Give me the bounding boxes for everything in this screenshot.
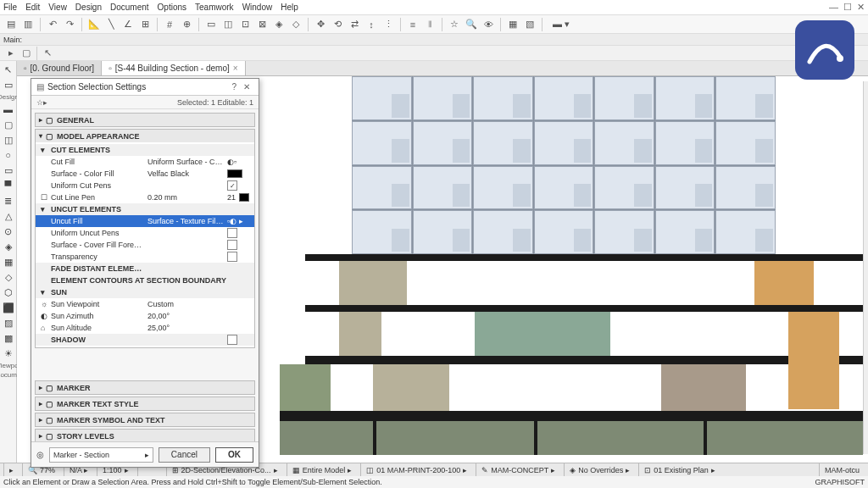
menu-file[interactable]: File	[3, 3, 17, 12]
row-uncut-elements[interactable]: ▾UNCUT ELEMENTS	[36, 203, 254, 215]
row-uncut-fill[interactable]: Uncut FillSurface - Texture Fill, ...▫◐ …	[36, 215, 254, 227]
elev-icon[interactable]: ↕	[364, 17, 379, 32]
nav-home-icon[interactable]: ▢	[19, 46, 34, 61]
checkbox-checked[interactable]: ✓	[227, 180, 237, 191]
menu-view[interactable]: View	[48, 3, 67, 12]
menu-design[interactable]: Design	[75, 3, 102, 12]
maximize-icon[interactable]: ☐	[843, 2, 852, 13]
mesh-tool-icon[interactable]: ▩	[2, 331, 15, 345]
move-icon[interactable]: ✥	[313, 17, 328, 32]
grid-icon[interactable]: #	[162, 17, 177, 32]
menu-window[interactable]: Window	[242, 3, 273, 12]
help-icon[interactable]: ?	[231, 82, 236, 92]
group-header-mtext[interactable]: ▸▢ MARKER TEXT STYLE	[36, 397, 254, 410]
roof-tool-icon[interactable]: △	[2, 209, 15, 223]
row-cut-fill[interactable]: Cut FillUniform Surface - Col...◐▫	[36, 156, 254, 168]
align-icon[interactable]: ≡	[405, 17, 420, 32]
qo-model[interactable]: ▦ Entire Model ▸	[287, 463, 358, 476]
layer-icon[interactable]: ◎	[36, 450, 44, 459]
show-icon[interactable]: 👁	[481, 17, 496, 32]
arrow-icon[interactable]: ↖	[40, 46, 55, 61]
qo-arrow[interactable]: ▸	[3, 463, 19, 476]
shell-tool-icon[interactable]: ⊙	[2, 225, 15, 238]
measure-icon[interactable]: 📐	[86, 17, 102, 32]
layercombo-icon[interactable]: ▧	[522, 17, 537, 32]
fav-icon[interactable]: ☆	[447, 17, 462, 32]
row-contours[interactable]: ELEMENT CONTOURS AT SECTION BOUNDARY	[36, 274, 254, 286]
lamp-tool-icon[interactable]: ☀	[2, 347, 15, 360]
dialog-titlebar[interactable]: ▤ Section Selection Settings ? ✕	[31, 79, 259, 96]
arrow-tool-icon[interactable]: ↖	[2, 63, 15, 76]
group-header-story[interactable]: ▸▢ STORY LEVELS	[36, 430, 254, 441]
qo-overrides[interactable]: ◈ No Overrides ▸	[564, 463, 635, 476]
group-icon[interactable]: ⊡	[237, 17, 253, 32]
group-header-marker[interactable]: ▸▢ MARKER	[36, 381, 254, 394]
dist-icon[interactable]: ⫴	[422, 17, 437, 32]
color-swatch[interactable]	[227, 169, 242, 178]
snap-icon[interactable]: ⊞	[137, 17, 153, 32]
checkbox[interactable]	[227, 240, 237, 250]
right-panel-collapsed[interactable]	[863, 81, 868, 454]
pen-swatch[interactable]	[239, 193, 249, 202]
marquee-tool-icon[interactable]: ▭	[2, 78, 15, 92]
zone-tool-icon[interactable]: ▨	[2, 316, 15, 330]
line-icon[interactable]: ╲	[103, 17, 119, 32]
rotate-icon[interactable]: ⟲	[330, 17, 345, 32]
object-tool-icon[interactable]: ⬛	[2, 301, 15, 314]
ok-button[interactable]: OK	[215, 447, 253, 463]
row-cover-fill[interactable]: Surface - Cover Fill Foregro...	[36, 239, 254, 251]
suspend-icon[interactable]: ◫	[220, 17, 236, 32]
menu-teamwork[interactable]: Teamwork	[195, 3, 234, 12]
morph-tool-icon[interactable]: ⬡	[2, 286, 15, 299]
row-sun-azimuth[interactable]: ◐Sun Azimuth20,00°	[36, 310, 254, 322]
row-sun-viewpoint[interactable]: ☼Sun ViewpointCustom	[36, 298, 254, 310]
tab-building-section[interactable]: ▫ [S-44 Building Section - demo] ×	[102, 61, 245, 75]
row-fade[interactable]: FADE DISTANT ELEMENTS	[36, 263, 254, 274]
new-icon[interactable]: ▤	[3, 17, 19, 32]
tab-close-icon[interactable]: ×	[233, 64, 238, 73]
qo-right[interactable]: MAM-otcu	[819, 463, 865, 476]
checkbox[interactable]	[227, 228, 237, 238]
angle-icon[interactable]: ∠	[120, 17, 136, 32]
menu-document[interactable]: Document	[110, 3, 149, 12]
beam-tool-icon[interactable]: ▭	[2, 164, 15, 177]
row-transparency[interactable]: Transparency	[36, 251, 254, 263]
lock-icon[interactable]: ⊠	[254, 17, 270, 32]
checkbox[interactable]	[227, 335, 237, 345]
group-header-msym[interactable]: ▸▢ MARKER SYMBOL AND TEXT	[36, 413, 254, 426]
qo-concept[interactable]: ✎ MAM-CONCEPT ▸	[476, 463, 560, 476]
favorite-icon[interactable]: ☆▸	[36, 98, 47, 107]
wall-tool-icon[interactable]: ▬	[2, 103, 15, 116]
qo-layer[interactable]: ◫ 01 MAM-PRINT-200-100 ▸	[360, 463, 472, 476]
redo-icon[interactable]: ↷	[62, 17, 77, 32]
row-uniform-uncut-pens[interactable]: Uniform Uncut Pens	[36, 227, 254, 239]
skylight-tool-icon[interactable]: ◈	[2, 240, 15, 253]
open-icon[interactable]: ▥	[20, 17, 36, 32]
close-icon[interactable]: ✕	[857, 2, 865, 13]
swatch-icon[interactable]: ◐▫	[227, 158, 236, 166]
stair-tool-icon[interactable]: ≣	[2, 194, 15, 208]
row-sun[interactable]: ▾SUN	[36, 286, 254, 298]
layer-icon[interactable]: ▦	[505, 17, 520, 32]
column-tool-icon[interactable]: ○	[2, 148, 15, 162]
tab-ground-floor[interactable]: ▫ [0. Ground Floor]	[17, 61, 102, 75]
row-shadow[interactable]: SHADOW	[36, 334, 254, 346]
qo-plan[interactable]: ⊡ 01 Existing Plan ▸	[638, 463, 721, 476]
wall-icon[interactable]: ▬ ▾	[547, 17, 576, 32]
trace-icon[interactable]: ◈	[271, 17, 287, 32]
window-tool-icon[interactable]: ◫	[2, 133, 15, 147]
door-tool-icon[interactable]: ▢	[2, 118, 15, 131]
dropdown-arrow-icon[interactable]: ▫◐ ▸	[227, 217, 243, 225]
row-sun-altitude[interactable]: ⌂Sun Altitude25,00°	[36, 322, 254, 334]
layer-dropdown[interactable]: Marker - Section▸	[49, 447, 153, 463]
marq-icon[interactable]: ▭	[203, 17, 219, 32]
cancel-button[interactable]: Cancel	[159, 447, 210, 463]
menu-edit[interactable]: Edit	[25, 3, 40, 12]
row-uniform-cut-pens[interactable]: Uniform Cut Pens✓	[36, 180, 254, 191]
slab-tool-icon[interactable]: ▀	[2, 179, 15, 192]
find-icon[interactable]: 🔍	[464, 17, 479, 32]
cw-tool-icon[interactable]: ▦	[2, 255, 15, 269]
menu-help[interactable]: Help	[281, 3, 298, 12]
opening-tool-icon[interactable]: ◇	[2, 270, 15, 284]
menu-options[interactable]: Options	[158, 3, 186, 12]
